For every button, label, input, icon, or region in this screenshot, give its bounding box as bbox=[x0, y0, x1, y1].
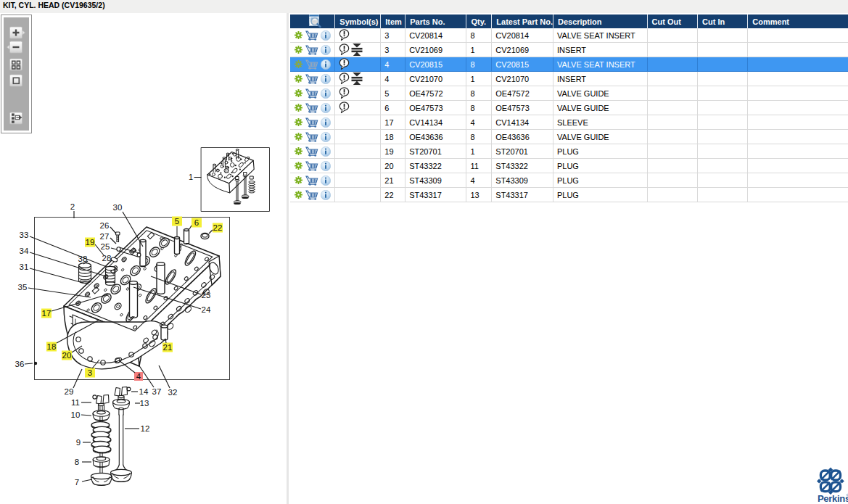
svg-text:13: 13 bbox=[140, 399, 149, 408]
svg-text:32: 32 bbox=[168, 388, 178, 397]
svg-text:38: 38 bbox=[78, 255, 88, 263]
svg-text:35: 35 bbox=[18, 283, 28, 292]
svg-text:2: 2 bbox=[70, 202, 75, 211]
svg-text:25: 25 bbox=[101, 242, 110, 251]
svg-text:4: 4 bbox=[136, 372, 141, 381]
svg-text:6: 6 bbox=[194, 218, 199, 227]
svg-text:37: 37 bbox=[152, 387, 162, 396]
svg-text:29: 29 bbox=[65, 387, 74, 396]
svg-text:36: 36 bbox=[15, 360, 25, 368]
svg-text:33: 33 bbox=[20, 231, 29, 239]
svg-text:5: 5 bbox=[175, 217, 179, 226]
svg-text:10: 10 bbox=[71, 410, 81, 419]
svg-text:7: 7 bbox=[75, 478, 79, 487]
svg-text:9: 9 bbox=[76, 438, 81, 447]
svg-text:19: 19 bbox=[86, 238, 95, 247]
svg-text:12: 12 bbox=[141, 424, 150, 433]
svg-text:11: 11 bbox=[71, 398, 80, 407]
svg-text:3: 3 bbox=[88, 368, 92, 377]
svg-text:26: 26 bbox=[100, 221, 110, 230]
svg-text:30: 30 bbox=[113, 203, 123, 212]
svg-text:20: 20 bbox=[62, 351, 72, 360]
svg-text:Perkins: Perkins bbox=[818, 493, 848, 504]
svg-text:18: 18 bbox=[47, 342, 57, 351]
svg-text:23: 23 bbox=[202, 291, 211, 299]
svg-text:24: 24 bbox=[202, 305, 211, 314]
svg-text:22: 22 bbox=[213, 223, 223, 232]
svg-text:31: 31 bbox=[20, 263, 29, 271]
svg-text:14: 14 bbox=[139, 387, 149, 396]
svg-text:1: 1 bbox=[189, 173, 193, 181]
svg-text:21: 21 bbox=[163, 343, 173, 352]
svg-text:8: 8 bbox=[75, 458, 79, 466]
svg-text:27: 27 bbox=[100, 232, 110, 241]
svg-text:17: 17 bbox=[42, 309, 52, 318]
svg-text:34: 34 bbox=[20, 247, 29, 255]
